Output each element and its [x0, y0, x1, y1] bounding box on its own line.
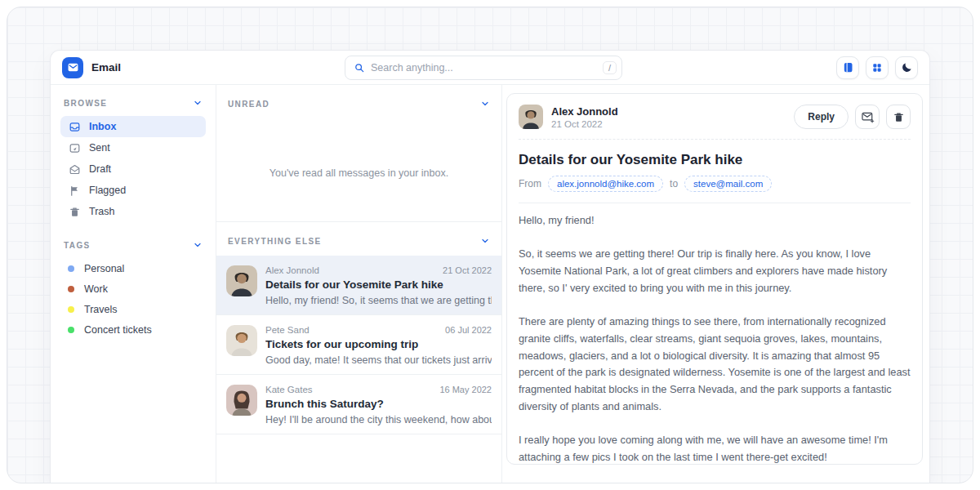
- chevron-down-icon: [193, 240, 203, 250]
- chevron-down-icon: [193, 98, 203, 108]
- grid-icon: [871, 62, 883, 74]
- tag-label: Concert tickets: [84, 324, 152, 336]
- mail-list-column: UNREAD You've read all messages in your …: [216, 85, 502, 483]
- flag-icon: [68, 185, 81, 197]
- draft-icon: [68, 163, 81, 176]
- unread-section-header: UNREAD: [216, 85, 501, 118]
- apps-button[interactable]: [866, 56, 889, 79]
- email-list-item-alex[interactable]: Alex Jonnold 21 Oct 2022 Details for our…: [216, 256, 501, 315]
- everything-else-section-header: EVERYTHING ELSE: [216, 222, 501, 256]
- chevron-down-icon: [480, 99, 490, 109]
- trash-icon: [68, 206, 81, 218]
- app-title: Email: [91, 61, 121, 74]
- tag-label: Personal: [84, 263, 124, 274]
- addressbook-button[interactable]: [836, 56, 859, 79]
- email-summary: Alex Jonnold 21 Oct 2022 Details for our…: [265, 265, 492, 306]
- sidebar-item-draft[interactable]: Draft: [60, 158, 206, 180]
- reply-button[interactable]: Reply: [794, 105, 849, 129]
- tags-label: TAGS: [64, 241, 91, 250]
- topbar-actions: [836, 56, 918, 79]
- envelope-plus-icon: [861, 110, 875, 123]
- app-logo: [62, 57, 83, 78]
- email-date: 16 May 2022: [439, 385, 492, 394]
- topbar: Email /: [51, 51, 929, 85]
- email-list-item-kate[interactable]: Kate Gates 16 May 2022 Brunch this Satur…: [216, 375, 501, 434]
- email-detail-panel: Alex Jonnold 21 Oct 2022 Reply: [502, 85, 929, 483]
- tag-label: Work: [84, 283, 108, 295]
- sidebar-item-label: Draft: [89, 163, 111, 175]
- browse-collapse-button[interactable]: [193, 98, 203, 108]
- dark-mode-button[interactable]: [895, 56, 918, 79]
- tag-color-dot: [68, 327, 74, 333]
- tag-label: Travels: [84, 304, 118, 315]
- email-subject: Details for our Yosemite Park hike: [265, 278, 492, 291]
- sidebar-item-flagged[interactable]: Flagged: [60, 180, 206, 201]
- detail-actions: Reply: [794, 105, 911, 129]
- sidebar-item-inbox[interactable]: Inbox: [60, 116, 206, 137]
- search-bar[interactable]: /: [345, 56, 622, 80]
- email-preview: Hello, my friend! So, it seems that we a…: [265, 295, 492, 306]
- to-email-chip[interactable]: steve@mail.com: [684, 176, 772, 192]
- email-sender: Pete Sand: [265, 325, 310, 335]
- unread-label: UNREAD: [228, 100, 270, 109]
- detail-header: Alex Jonnold 21 Oct 2022 Reply: [519, 105, 911, 140]
- avatar-alex-jonnold: [519, 105, 543, 129]
- brand: Email: [62, 57, 121, 78]
- browse-label: BROWSE: [64, 99, 107, 108]
- inbox-empty-message: You've read all messages in your inbox.: [216, 167, 501, 179]
- search-shortcut-badge: /: [603, 61, 617, 74]
- tag-item-work[interactable]: Work: [60, 278, 206, 299]
- email-sender: Kate Gates: [265, 385, 313, 394]
- sidebar-item-label: Flagged: [89, 185, 126, 196]
- inbox-icon: [68, 121, 81, 133]
- email-detail-card: Alex Jonnold 21 Oct 2022 Reply: [506, 93, 923, 465]
- avatar-kate-gates: [226, 385, 257, 416]
- tag-item-travels[interactable]: Travels: [60, 299, 206, 319]
- detail-from-to-row: From alex.jonnold@hike.com to steve@mail…: [519, 176, 911, 203]
- browse-section-header: BROWSE: [60, 96, 206, 116]
- moon-icon: [901, 61, 913, 74]
- detail-date: 21 Oct 2022: [551, 119, 618, 129]
- to-label: to: [670, 178, 678, 189]
- email-subject: Tickets for our upcoming trip: [265, 338, 492, 350]
- email-list-item-pete[interactable]: Pete Sand 06 Jul 2022 Tickets for our up…: [216, 315, 501, 375]
- sidebar-item-label: Inbox: [89, 121, 116, 132]
- avatar-alex-jonnold: [226, 265, 257, 296]
- search-icon: [354, 62, 365, 74]
- email-sender: Alex Jonnold: [265, 265, 319, 275]
- email-preview: Hey! I'll be around the city this weeken…: [265, 414, 492, 425]
- email-date: 06 Jul 2022: [445, 325, 492, 335]
- sent-icon: [68, 142, 81, 154]
- tag-item-personal[interactable]: Personal: [60, 258, 206, 278]
- chevron-down-icon: [480, 236, 490, 246]
- page-background: Email /: [7, 7, 973, 483]
- search-input[interactable]: [371, 62, 597, 74]
- email-summary: Kate Gates 16 May 2022 Brunch this Satur…: [265, 385, 492, 425]
- everything-else-collapse-button[interactable]: [480, 236, 490, 246]
- email-date: 21 Oct 2022: [443, 265, 492, 275]
- sidebar: BROWSE Inbox: [51, 85, 216, 483]
- unread-section: UNREAD You've read all messages in your …: [216, 85, 501, 222]
- sidebar-item-trash[interactable]: Trash: [60, 201, 206, 222]
- delete-email-button[interactable]: [886, 105, 911, 129]
- sidebar-item-label: Trash: [89, 206, 115, 217]
- email-body: Hello, my friend! So, it seems we are ge…: [519, 203, 911, 465]
- detail-subject: Details for our Yosemite Park hike: [519, 152, 911, 168]
- tags-collapse-button[interactable]: [193, 240, 203, 250]
- unread-collapse-button[interactable]: [480, 99, 490, 109]
- from-email-chip[interactable]: alex.jonnold@hike.com: [548, 176, 663, 192]
- book-icon: [842, 61, 854, 74]
- email-app-window: Email /: [50, 50, 930, 483]
- detail-sender-name: Alex Jonnold: [551, 105, 618, 118]
- email-summary: Pete Sand 06 Jul 2022 Tickets for our up…: [265, 325, 492, 366]
- tags-section-header: TAGS: [60, 238, 206, 258]
- sidebar-item-label: Sent: [89, 142, 110, 154]
- envelope-icon: [67, 61, 79, 74]
- sidebar-item-sent[interactable]: Sent: [60, 137, 206, 158]
- email-preview: Good day, mate! It seems that our ticket…: [265, 354, 492, 366]
- forward-mail-button[interactable]: [855, 105, 880, 129]
- everything-else-label: EVERYTHING ELSE: [228, 237, 322, 246]
- trash-icon: [893, 111, 905, 123]
- from-label: From: [519, 178, 541, 189]
- tag-item-concert-tickets[interactable]: Concert tickets: [60, 319, 206, 340]
